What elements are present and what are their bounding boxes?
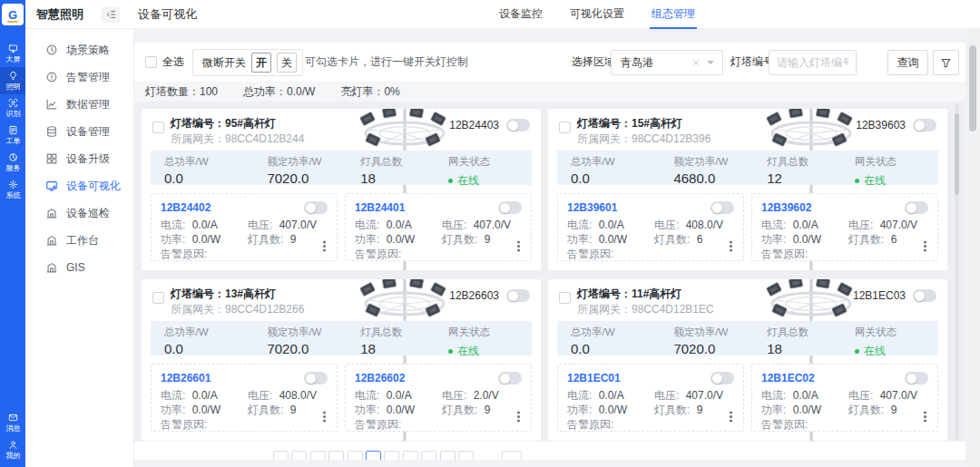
sidebar-item[interactable]: 设备管理 (25, 118, 133, 145)
rail-item[interactable]: 消息 (0, 409, 25, 436)
branch-alarm-label: 告警原因: (161, 419, 328, 431)
stat-value: 在线 (855, 344, 938, 359)
branch-id-link[interactable]: 12B24402 (161, 201, 211, 214)
branch-switch-toggle[interactable] (905, 372, 928, 384)
sidebar-item[interactable]: 设备升级 (25, 145, 133, 172)
cards-scrollbar-thumb[interactable] (955, 113, 959, 195)
tower-switch-toggle[interactable] (506, 289, 530, 302)
branch-switch-toggle[interactable] (498, 201, 522, 214)
pagination-page-box[interactable] (458, 451, 474, 460)
pagination-jump-box[interactable] (502, 451, 522, 460)
branch-alarm-label: 告警原因: (355, 419, 522, 431)
branch-id-link[interactable]: 12B26601 (161, 372, 211, 384)
more-vertical-icon[interactable] (323, 415, 326, 418)
more-vertical-icon[interactable] (323, 245, 326, 248)
more-vertical-icon[interactable] (924, 415, 926, 418)
app-logo[interactable]: G (2, 4, 24, 25)
metric-value: 0.0/W (793, 404, 821, 416)
sidebar-item[interactable]: 告警管理 (25, 63, 133, 91)
metric-value: 407.0/V (880, 389, 917, 402)
tower-no-input[interactable] (769, 50, 857, 75)
tower-stat: 总功率/W 0.0 (151, 321, 253, 355)
branch-id-link[interactable]: 12B1EC02 (761, 372, 815, 384)
branch-metric: 灯具数: 6 (654, 233, 734, 247)
header-tab[interactable]: 组态管理 (652, 0, 695, 29)
branch-switch-toggle[interactable] (710, 201, 734, 214)
more-vertical-icon[interactable] (517, 245, 520, 248)
rail-item[interactable]: 系统 (0, 176, 25, 203)
rail-item[interactable]: 我的 (0, 436, 25, 463)
stat-value: 0.0 (571, 341, 660, 356)
more-vertical-icon[interactable] (517, 415, 520, 418)
rail-item[interactable]: 服务 (0, 149, 25, 176)
pagination-page-box[interactable] (384, 451, 399, 460)
sidebar-item[interactable]: 场景策略 (25, 36, 133, 63)
branch-switch-toggle[interactable] (304, 201, 328, 214)
card-checkbox[interactable] (559, 292, 571, 304)
tower-stat: 额定功率/W 7020.0 (253, 151, 347, 185)
more-vertical-icon[interactable] (924, 245, 926, 248)
bulb-icon (8, 71, 18, 81)
branch-switch-toggle[interactable] (304, 372, 328, 384)
branch-switch-toggle[interactable] (710, 372, 734, 384)
tower-branches: 12B26601 电流: 0.0/A 电压: 408.0/V 功率: 0.0/W… (151, 364, 532, 432)
rail-item[interactable]: 照明 (0, 67, 25, 94)
branch-id-link[interactable]: 12B1EC01 (567, 372, 621, 384)
header-tab[interactable]: 可视化设置 (570, 0, 624, 29)
card-checkbox[interactable] (559, 122, 571, 133)
pagination-page-box[interactable] (328, 451, 344, 460)
tower-switch-toggle[interactable] (506, 119, 530, 131)
filter-button[interactable] (933, 50, 959, 75)
breaker-on-button[interactable]: 开 (251, 53, 271, 73)
sidebar-item[interactable]: 工作台 (25, 227, 133, 254)
page-scrollbar-thumb[interactable] (969, 45, 976, 131)
pagination-page-box[interactable] (421, 451, 436, 460)
rail-item[interactable]: 识别 (0, 94, 25, 122)
branch-switch-toggle[interactable] (905, 201, 928, 214)
sidebar-item[interactable]: GIS (25, 254, 133, 281)
sidebar-item[interactable]: 设备巡检 (25, 199, 133, 227)
stat-label: 网关状态 (855, 155, 938, 169)
branch-id-link[interactable]: 12B24401 (355, 201, 405, 214)
tower-switch-toggle[interactable] (913, 119, 936, 131)
metric-label: 电流: (761, 389, 789, 402)
branch-alarm-label: 告警原因: (567, 248, 734, 260)
branch-card: 12B1EC01 电流: 0.0/A 电压: 407.0/V 功率: 0.0/W… (557, 364, 744, 432)
clear-icon[interactable] (691, 58, 701, 67)
breaker-off-button[interactable]: 关 (277, 53, 297, 73)
collapse-sidebar-button[interactable] (102, 6, 120, 23)
sidebar-item-label: 数据管理 (66, 97, 110, 112)
rail-item[interactable]: 大屏 (0, 40, 25, 67)
stat-value: 0.0 (164, 341, 253, 356)
area-select[interactable]: 青岛港 (611, 50, 723, 75)
branch-switch-toggle[interactable] (498, 372, 522, 384)
header-tab[interactable]: 设备监控 (499, 0, 543, 29)
pagination-page-box[interactable] (403, 451, 418, 460)
metric-label: 电压: (654, 219, 682, 231)
pagination-page-box[interactable] (310, 451, 326, 460)
pagination-page-box[interactable] (291, 451, 307, 460)
branch-id-link[interactable]: 12B26602 (355, 372, 405, 384)
branch-metrics: 电流: 0.0/A 电压: 407.0/V 功率: 0.0/W 灯具数: 9 (761, 389, 928, 417)
tower-switch-toggle[interactable] (913, 289, 936, 302)
metric-label: 功率: (761, 233, 789, 246)
query-button[interactable]: 查询 (887, 50, 928, 75)
pagination-page-box[interactable] (440, 451, 456, 460)
sidebar-item-label: 设备升级 (66, 151, 110, 167)
pagination-page-box[interactable] (273, 451, 289, 460)
rail-item[interactable]: 工单 (0, 122, 25, 149)
card-checkbox[interactable] (152, 122, 164, 133)
logo-letter: G (8, 8, 17, 22)
metric-label: 功率: (567, 233, 595, 246)
sidebar-item[interactable]: 数据管理 (25, 91, 133, 118)
pagination-page-box[interactable] (348, 451, 363, 460)
select-all-checkbox[interactable] (145, 56, 157, 68)
branch-card: 12B24401 电流: 0.0/A 电压: 407.0/V 功率: 0.0/W… (345, 193, 532, 261)
branch-id-link[interactable]: 12B39601 (567, 201, 617, 214)
branch-id-link[interactable]: 12B39602 (761, 201, 811, 214)
more-vertical-icon[interactable] (730, 415, 732, 418)
pagination-page-box[interactable] (366, 451, 381, 460)
more-vertical-icon[interactable] (730, 245, 732, 248)
card-checkbox[interactable] (152, 292, 164, 304)
sidebar-item[interactable]: 设备可视化 (25, 172, 133, 199)
